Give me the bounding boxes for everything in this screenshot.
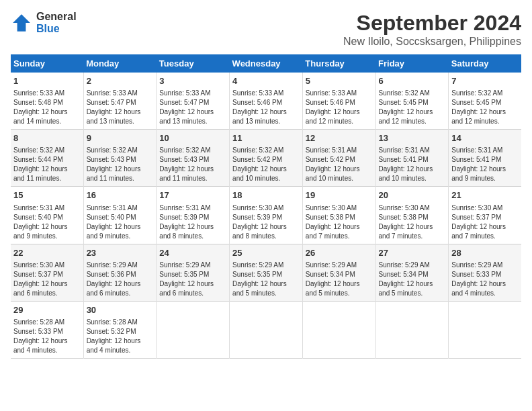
calendar-cell: 17Sunrise: 5:31 AMSunset: 5:39 PMDayligh…: [157, 187, 230, 244]
logo-general: General: [36, 11, 77, 23]
page-header: General Blue September 2024 New Iloilo, …: [11, 11, 521, 48]
day-number: 22: [13, 247, 81, 259]
calendar-table: Sunday Monday Tuesday Wednesday Thursday…: [11, 54, 521, 359]
calendar-week-row: 8Sunrise: 5:32 AMSunset: 5:44 PMDaylight…: [11, 130, 521, 187]
day-info: Sunrise: 5:30 AMSunset: 5:37 PMDaylight:…: [451, 203, 519, 241]
day-info: Sunrise: 5:29 AMSunset: 5:34 PMDaylight:…: [379, 261, 446, 298]
day-number: 4: [232, 75, 300, 87]
calendar-cell: [375, 301, 449, 358]
day-info: Sunrise: 5:30 AMSunset: 5:37 PMDaylight:…: [13, 261, 81, 298]
day-info: Sunrise: 5:29 AMSunset: 5:34 PMDaylight:…: [306, 261, 373, 298]
day-info: Sunrise: 5:30 AMSunset: 5:39 PMDaylight:…: [232, 203, 300, 241]
day-number: 14: [451, 132, 519, 144]
day-number: 16: [87, 189, 154, 201]
day-number: 20: [379, 189, 446, 201]
day-info: Sunrise: 5:33 AMSunset: 5:46 PMDaylight:…: [232, 89, 300, 126]
day-info: Sunrise: 5:29 AMSunset: 5:36 PMDaylight:…: [87, 261, 154, 298]
calendar-cell: 25Sunrise: 5:29 AMSunset: 5:35 PMDayligh…: [230, 244, 303, 301]
day-number: 30: [87, 304, 154, 316]
day-number: 21: [451, 189, 519, 201]
day-number: 8: [13, 132, 81, 144]
calendar-week-row: 29Sunrise: 5:28 AMSunset: 5:33 PMDayligh…: [11, 301, 521, 358]
day-info: Sunrise: 5:29 AMSunset: 5:33 PMDaylight:…: [451, 261, 519, 298]
logo-icon: [11, 12, 32, 34]
day-info: Sunrise: 5:33 AMSunset: 5:47 PMDaylight:…: [87, 89, 154, 126]
calendar-cell: 24Sunrise: 5:29 AMSunset: 5:35 PMDayligh…: [157, 244, 230, 301]
day-info: Sunrise: 5:33 AMSunset: 5:46 PMDaylight:…: [306, 89, 373, 126]
day-info: Sunrise: 5:31 AMSunset: 5:42 PMDaylight:…: [306, 146, 373, 183]
day-info: Sunrise: 5:31 AMSunset: 5:40 PMDaylight:…: [13, 203, 81, 241]
day-info: Sunrise: 5:30 AMSunset: 5:38 PMDaylight:…: [306, 203, 373, 241]
logo-text: General Blue: [36, 11, 77, 34]
col-monday: Monday: [83, 54, 157, 73]
day-info: Sunrise: 5:32 AMSunset: 5:43 PMDaylight:…: [87, 146, 154, 183]
day-info: Sunrise: 5:31 AMSunset: 5:40 PMDaylight:…: [87, 203, 154, 241]
calendar-cell: 10Sunrise: 5:32 AMSunset: 5:43 PMDayligh…: [157, 130, 230, 187]
calendar-cell: 18Sunrise: 5:30 AMSunset: 5:39 PMDayligh…: [230, 187, 303, 244]
calendar-cell: 7Sunrise: 5:32 AMSunset: 5:45 PMDaylight…: [449, 73, 521, 130]
day-number: 9: [87, 132, 154, 144]
title-area: September 2024 New Iloilo, Soccsksargen,…: [343, 11, 521, 48]
day-info: Sunrise: 5:29 AMSunset: 5:35 PMDaylight:…: [232, 261, 300, 298]
day-info: Sunrise: 5:28 AMSunset: 5:33 PMDaylight:…: [13, 318, 81, 355]
day-number: 3: [159, 75, 226, 87]
calendar-cell: 8Sunrise: 5:32 AMSunset: 5:44 PMDaylight…: [11, 130, 83, 187]
day-number: 17: [159, 189, 226, 201]
col-tuesday: Tuesday: [157, 54, 230, 73]
day-number: 28: [451, 247, 519, 259]
calendar-cell: 16Sunrise: 5:31 AMSunset: 5:40 PMDayligh…: [83, 187, 157, 244]
calendar-header: Sunday Monday Tuesday Wednesday Thursday…: [11, 54, 521, 73]
svg-marker-0: [13, 14, 30, 32]
calendar-cell: 13Sunrise: 5:31 AMSunset: 5:41 PMDayligh…: [375, 130, 449, 187]
calendar-cell: 19Sunrise: 5:30 AMSunset: 5:38 PMDayligh…: [302, 187, 375, 244]
calendar-cell: 28Sunrise: 5:29 AMSunset: 5:33 PMDayligh…: [449, 244, 521, 301]
page-subtitle: New Iloilo, Soccsksargen, Philippines: [343, 36, 521, 48]
day-number: 23: [87, 247, 154, 259]
calendar-cell: 12Sunrise: 5:31 AMSunset: 5:42 PMDayligh…: [302, 130, 375, 187]
calendar-cell: 15Sunrise: 5:31 AMSunset: 5:40 PMDayligh…: [11, 187, 83, 244]
day-number: 13: [379, 132, 446, 144]
day-number: 29: [13, 304, 81, 316]
calendar-cell: 9Sunrise: 5:32 AMSunset: 5:43 PMDaylight…: [83, 130, 157, 187]
calendar-cell: [230, 301, 303, 358]
day-info: Sunrise: 5:32 AMSunset: 5:45 PMDaylight:…: [379, 89, 446, 126]
calendar-cell: [157, 301, 230, 358]
day-info: Sunrise: 5:31 AMSunset: 5:41 PMDaylight:…: [379, 146, 446, 183]
day-number: 24: [159, 247, 226, 259]
col-saturday: Saturday: [449, 54, 521, 73]
header-row: Sunday Monday Tuesday Wednesday Thursday…: [11, 54, 521, 73]
day-number: 6: [379, 75, 446, 87]
day-info: Sunrise: 5:30 AMSunset: 5:38 PMDaylight:…: [379, 203, 446, 241]
calendar-cell: [302, 301, 375, 358]
day-number: 15: [13, 189, 81, 201]
day-info: Sunrise: 5:32 AMSunset: 5:44 PMDaylight:…: [13, 146, 81, 183]
calendar-cell: 27Sunrise: 5:29 AMSunset: 5:34 PMDayligh…: [375, 244, 449, 301]
day-number: 7: [451, 75, 519, 87]
day-info: Sunrise: 5:32 AMSunset: 5:45 PMDaylight:…: [451, 89, 519, 126]
day-number: 12: [306, 132, 373, 144]
col-thursday: Thursday: [302, 54, 375, 73]
calendar-cell: 23Sunrise: 5:29 AMSunset: 5:36 PMDayligh…: [83, 244, 157, 301]
calendar-cell: [449, 301, 521, 358]
day-info: Sunrise: 5:28 AMSunset: 5:32 PMDaylight:…: [87, 318, 154, 355]
day-number: 5: [306, 75, 373, 87]
logo: General Blue: [11, 11, 77, 34]
calendar-week-row: 22Sunrise: 5:30 AMSunset: 5:37 PMDayligh…: [11, 244, 521, 301]
day-number: 2: [87, 75, 154, 87]
day-info: Sunrise: 5:29 AMSunset: 5:35 PMDaylight:…: [159, 261, 226, 298]
day-number: 27: [379, 247, 446, 259]
calendar-week-row: 15Sunrise: 5:31 AMSunset: 5:40 PMDayligh…: [11, 187, 521, 244]
calendar-cell: 6Sunrise: 5:32 AMSunset: 5:45 PMDaylight…: [375, 73, 449, 130]
day-info: Sunrise: 5:32 AMSunset: 5:43 PMDaylight:…: [159, 146, 226, 183]
calendar-cell: 26Sunrise: 5:29 AMSunset: 5:34 PMDayligh…: [302, 244, 375, 301]
calendar-cell: 22Sunrise: 5:30 AMSunset: 5:37 PMDayligh…: [11, 244, 83, 301]
day-number: 1: [13, 75, 81, 87]
day-number: 19: [306, 189, 373, 201]
col-wednesday: Wednesday: [230, 54, 303, 73]
calendar-cell: 5Sunrise: 5:33 AMSunset: 5:46 PMDaylight…: [302, 73, 375, 130]
calendar-cell: 3Sunrise: 5:33 AMSunset: 5:47 PMDaylight…: [157, 73, 230, 130]
calendar-cell: 1Sunrise: 5:33 AMSunset: 5:48 PMDaylight…: [11, 73, 83, 130]
col-friday: Friday: [375, 54, 449, 73]
calendar-cell: 11Sunrise: 5:32 AMSunset: 5:42 PMDayligh…: [230, 130, 303, 187]
calendar-cell: 21Sunrise: 5:30 AMSunset: 5:37 PMDayligh…: [449, 187, 521, 244]
